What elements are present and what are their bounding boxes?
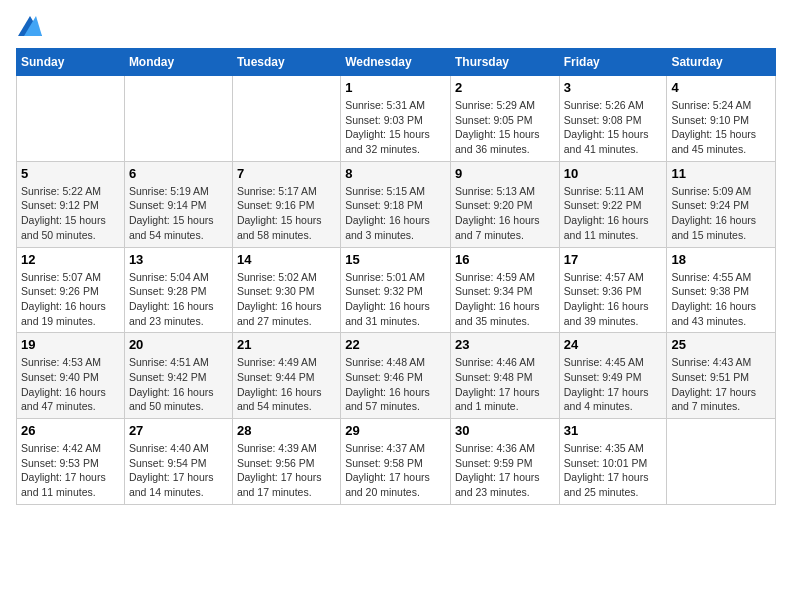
day-info: Sunrise: 5:13 AMSunset: 9:20 PMDaylight:… [455,184,555,243]
day-number: 10 [564,166,663,181]
day-info: Sunrise: 5:09 AMSunset: 9:24 PMDaylight:… [671,184,771,243]
calendar-cell [17,76,125,162]
day-number: 7 [237,166,336,181]
calendar-cell: 26Sunrise: 4:42 AMSunset: 9:53 PMDayligh… [17,419,125,505]
day-info: Sunrise: 5:17 AMSunset: 9:16 PMDaylight:… [237,184,336,243]
calendar-cell: 24Sunrise: 4:45 AMSunset: 9:49 PMDayligh… [559,333,667,419]
day-info: Sunrise: 4:45 AMSunset: 9:49 PMDaylight:… [564,355,663,414]
day-info: Sunrise: 5:04 AMSunset: 9:28 PMDaylight:… [129,270,228,329]
day-number: 22 [345,337,446,352]
calendar-cell: 5Sunrise: 5:22 AMSunset: 9:12 PMDaylight… [17,161,125,247]
day-number: 12 [21,252,120,267]
day-header-friday: Friday [559,49,667,76]
day-number: 24 [564,337,663,352]
day-number: 28 [237,423,336,438]
day-info: Sunrise: 4:40 AMSunset: 9:54 PMDaylight:… [129,441,228,500]
calendar-cell [232,76,340,162]
calendar-cell: 6Sunrise: 5:19 AMSunset: 9:14 PMDaylight… [124,161,232,247]
day-info: Sunrise: 4:37 AMSunset: 9:58 PMDaylight:… [345,441,446,500]
calendar-week-row: 19Sunrise: 4:53 AMSunset: 9:40 PMDayligh… [17,333,776,419]
day-number: 2 [455,80,555,95]
calendar-cell: 19Sunrise: 4:53 AMSunset: 9:40 PMDayligh… [17,333,125,419]
day-header-sunday: Sunday [17,49,125,76]
day-number: 11 [671,166,771,181]
calendar-cell: 3Sunrise: 5:26 AMSunset: 9:08 PMDaylight… [559,76,667,162]
calendar-cell: 12Sunrise: 5:07 AMSunset: 9:26 PMDayligh… [17,247,125,333]
calendar-cell: 15Sunrise: 5:01 AMSunset: 9:32 PMDayligh… [341,247,451,333]
calendar-week-row: 26Sunrise: 4:42 AMSunset: 9:53 PMDayligh… [17,419,776,505]
day-number: 14 [237,252,336,267]
calendar-week-row: 12Sunrise: 5:07 AMSunset: 9:26 PMDayligh… [17,247,776,333]
calendar-cell: 29Sunrise: 4:37 AMSunset: 9:58 PMDayligh… [341,419,451,505]
calendar-week-row: 5Sunrise: 5:22 AMSunset: 9:12 PMDaylight… [17,161,776,247]
calendar-cell: 22Sunrise: 4:48 AMSunset: 9:46 PMDayligh… [341,333,451,419]
day-info: Sunrise: 4:43 AMSunset: 9:51 PMDaylight:… [671,355,771,414]
calendar-cell: 30Sunrise: 4:36 AMSunset: 9:59 PMDayligh… [450,419,559,505]
day-info: Sunrise: 5:22 AMSunset: 9:12 PMDaylight:… [21,184,120,243]
day-info: Sunrise: 5:07 AMSunset: 9:26 PMDaylight:… [21,270,120,329]
day-info: Sunrise: 4:59 AMSunset: 9:34 PMDaylight:… [455,270,555,329]
calendar-cell: 27Sunrise: 4:40 AMSunset: 9:54 PMDayligh… [124,419,232,505]
day-header-thursday: Thursday [450,49,559,76]
day-info: Sunrise: 5:24 AMSunset: 9:10 PMDaylight:… [671,98,771,157]
calendar-cell: 18Sunrise: 4:55 AMSunset: 9:38 PMDayligh… [667,247,776,333]
day-number: 13 [129,252,228,267]
calendar-cell: 20Sunrise: 4:51 AMSunset: 9:42 PMDayligh… [124,333,232,419]
calendar-cell: 7Sunrise: 5:17 AMSunset: 9:16 PMDaylight… [232,161,340,247]
calendar-cell: 9Sunrise: 5:13 AMSunset: 9:20 PMDaylight… [450,161,559,247]
logo-icon [18,16,42,36]
calendar-cell: 1Sunrise: 5:31 AMSunset: 9:03 PMDaylight… [341,76,451,162]
page-header [16,16,776,36]
day-number: 26 [21,423,120,438]
day-header-wednesday: Wednesday [341,49,451,76]
day-info: Sunrise: 5:19 AMSunset: 9:14 PMDaylight:… [129,184,228,243]
logo [16,16,42,36]
day-number: 3 [564,80,663,95]
calendar-cell: 31Sunrise: 4:35 AMSunset: 10:01 PMDaylig… [559,419,667,505]
calendar-header-row: SundayMondayTuesdayWednesdayThursdayFrid… [17,49,776,76]
day-number: 6 [129,166,228,181]
day-number: 15 [345,252,446,267]
day-info: Sunrise: 4:49 AMSunset: 9:44 PMDaylight:… [237,355,336,414]
calendar-cell: 11Sunrise: 5:09 AMSunset: 9:24 PMDayligh… [667,161,776,247]
day-number: 29 [345,423,446,438]
day-info: Sunrise: 5:31 AMSunset: 9:03 PMDaylight:… [345,98,446,157]
day-number: 21 [237,337,336,352]
calendar-cell: 10Sunrise: 5:11 AMSunset: 9:22 PMDayligh… [559,161,667,247]
day-number: 25 [671,337,771,352]
calendar-table: SundayMondayTuesdayWednesdayThursdayFrid… [16,48,776,505]
day-info: Sunrise: 5:01 AMSunset: 9:32 PMDaylight:… [345,270,446,329]
calendar-cell: 23Sunrise: 4:46 AMSunset: 9:48 PMDayligh… [450,333,559,419]
calendar-cell: 25Sunrise: 4:43 AMSunset: 9:51 PMDayligh… [667,333,776,419]
day-info: Sunrise: 5:15 AMSunset: 9:18 PMDaylight:… [345,184,446,243]
calendar-cell [667,419,776,505]
calendar-cell: 16Sunrise: 4:59 AMSunset: 9:34 PMDayligh… [450,247,559,333]
day-number: 27 [129,423,228,438]
day-number: 1 [345,80,446,95]
day-info: Sunrise: 4:36 AMSunset: 9:59 PMDaylight:… [455,441,555,500]
day-info: Sunrise: 5:02 AMSunset: 9:30 PMDaylight:… [237,270,336,329]
day-info: Sunrise: 5:29 AMSunset: 9:05 PMDaylight:… [455,98,555,157]
day-info: Sunrise: 4:55 AMSunset: 9:38 PMDaylight:… [671,270,771,329]
calendar-cell: 14Sunrise: 5:02 AMSunset: 9:30 PMDayligh… [232,247,340,333]
day-info: Sunrise: 4:42 AMSunset: 9:53 PMDaylight:… [21,441,120,500]
calendar-cell [124,76,232,162]
calendar-cell: 28Sunrise: 4:39 AMSunset: 9:56 PMDayligh… [232,419,340,505]
day-header-tuesday: Tuesday [232,49,340,76]
day-info: Sunrise: 4:51 AMSunset: 9:42 PMDaylight:… [129,355,228,414]
day-number: 4 [671,80,771,95]
day-info: Sunrise: 4:35 AMSunset: 10:01 PMDaylight… [564,441,663,500]
day-number: 5 [21,166,120,181]
day-header-saturday: Saturday [667,49,776,76]
day-info: Sunrise: 4:53 AMSunset: 9:40 PMDaylight:… [21,355,120,414]
day-number: 8 [345,166,446,181]
calendar-cell: 21Sunrise: 4:49 AMSunset: 9:44 PMDayligh… [232,333,340,419]
day-number: 20 [129,337,228,352]
day-number: 30 [455,423,555,438]
day-number: 17 [564,252,663,267]
day-info: Sunrise: 5:11 AMSunset: 9:22 PMDaylight:… [564,184,663,243]
day-number: 23 [455,337,555,352]
calendar-cell: 17Sunrise: 4:57 AMSunset: 9:36 PMDayligh… [559,247,667,333]
day-number: 9 [455,166,555,181]
calendar-cell: 2Sunrise: 5:29 AMSunset: 9:05 PMDaylight… [450,76,559,162]
